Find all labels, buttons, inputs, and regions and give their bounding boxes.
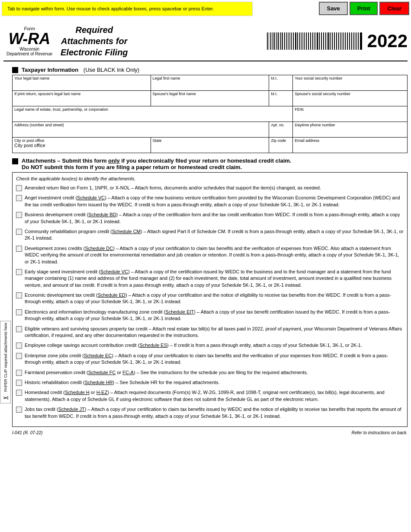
city-label: City or post office xyxy=(14,138,149,143)
save-button[interactable]: Save xyxy=(319,2,347,15)
checkbox-item15[interactable] xyxy=(16,407,22,413)
list-item: Employee college savings account contrib… xyxy=(16,342,404,349)
ssn-input[interactable] xyxy=(295,80,405,86)
mi-label: M.I. xyxy=(271,76,291,80)
footer-left: I-041 (R. 07-22) xyxy=(12,430,43,435)
spouse-ssn-input[interactable] xyxy=(295,96,405,101)
last-name-input[interactable] xyxy=(14,80,149,86)
year-label: 2022 xyxy=(367,31,408,51)
spouse-last-input[interactable] xyxy=(14,96,149,101)
checkbox-item1[interactable] xyxy=(16,185,22,191)
print-button[interactable]: Print xyxy=(350,2,378,15)
ssn-cell: Your social security number xyxy=(293,75,408,91)
checkbox-item4[interactable] xyxy=(16,229,22,235)
spouse-ssn-cell: Spouse's social security number xyxy=(293,91,408,106)
spouse-first-cell: Spouse's legal first name xyxy=(151,91,269,106)
barcode-image xyxy=(267,32,362,50)
zip-cell: Zip code xyxy=(269,138,293,153)
list-item: Electronics and information technology m… xyxy=(16,309,404,322)
item5-text: Development zones credits (Schedule DC) … xyxy=(25,245,404,265)
list-item: Economic development tax credit (Schedul… xyxy=(16,292,404,305)
item10-text: Employee college savings account contrib… xyxy=(25,342,362,349)
spouse-mi-cell: M.I. xyxy=(269,91,293,106)
taxpayer-table: Your legal last name Legal first name M.… xyxy=(12,75,408,153)
phone-cell: Daytime phone number xyxy=(293,122,408,138)
checkbox-item6[interactable] xyxy=(16,269,22,275)
city-cell: City or post office City post office xyxy=(13,138,151,153)
list-item: Farmland preservation credit (Schedule F… xyxy=(16,369,404,376)
clear-button[interactable]: Clear xyxy=(379,2,409,15)
email-input[interactable] xyxy=(295,143,405,148)
taxpayer-section-header: Taxpayer Information (Use BLACK Ink Only… xyxy=(12,67,408,73)
ssn-label: Your social security number xyxy=(295,76,405,80)
checkbox-item14[interactable] xyxy=(16,390,22,396)
item14-text: Homestead credit (Schedule H or H-EZ) – … xyxy=(25,389,404,403)
zip-label: Zip code xyxy=(271,138,291,143)
last-name-cell: Your legal last name xyxy=(13,75,151,91)
checkbox-item10[interactable] xyxy=(16,343,22,349)
item9-text: Eligible veterans and surviving spouses … xyxy=(25,326,404,339)
entity-input[interactable] xyxy=(14,112,291,117)
checkbox-item13[interactable] xyxy=(16,380,22,386)
checkbox-item8[interactable] xyxy=(16,309,22,315)
list-item: Eligible veterans and surviving spouses … xyxy=(16,326,404,339)
item7-text: Economic development tax credit (Schedul… xyxy=(25,292,404,305)
item15-text: Jobs tax credit (Schedule JT) – Attach a… xyxy=(25,406,404,420)
item1-text: Amended return filed on Form 1, 1NPR, or… xyxy=(25,185,321,191)
list-item: Enterprise zone jobs credit (Schedule EC… xyxy=(16,353,404,366)
mi-input[interactable] xyxy=(271,80,291,86)
spouse-ssn-label: Spouse's social security number xyxy=(295,92,405,96)
item12-text: Farmland preservation credit (Schedule F… xyxy=(25,369,308,376)
spouse-last-cell: If joint return, spouse's legal last nam… xyxy=(13,91,151,106)
barcode-area xyxy=(267,32,362,50)
fein-input[interactable] xyxy=(295,112,405,117)
address-label: Address (number and street) xyxy=(14,123,267,127)
checkbox-item5[interactable] xyxy=(16,246,22,252)
entity-cell: Legal name of estate, trust, partnership… xyxy=(13,106,293,122)
action-buttons: Save Print Clear xyxy=(319,2,409,15)
attachments-header-text: Attachments – Submit this form only if y… xyxy=(22,157,291,170)
list-item: Development zones credits (Schedule DC) … xyxy=(16,245,404,265)
mi-cell: M.I. xyxy=(269,75,293,91)
item4-text: Community rehabilitation program credit … xyxy=(25,228,404,242)
paper-clip-note: ✂ PAPER CLIP required attachments here xyxy=(0,321,11,404)
spouse-mi-label: M.I. xyxy=(271,92,291,96)
city-value: City post office xyxy=(14,143,45,148)
spouse-mi-input[interactable] xyxy=(271,96,291,101)
fein-cell: FEIN xyxy=(293,106,408,122)
spouse-first-input[interactable] xyxy=(153,96,267,101)
phone-label: Daytime phone number xyxy=(295,123,405,127)
item2-text: Angel investment credit (Schedule VC) – … xyxy=(25,195,404,208)
form-logo: Form W-RA WisconsinDepartment of Revenue xyxy=(3,26,55,56)
spouse-first-label: Spouse's legal first name xyxy=(153,92,267,96)
address-input[interactable] xyxy=(14,127,267,132)
checkbox-item12[interactable] xyxy=(16,370,22,376)
state-input[interactable] xyxy=(153,143,267,148)
list-item: Historic rehabilitation credit (Schedule… xyxy=(16,379,404,386)
apt-cell: Apt. no. xyxy=(269,122,293,138)
list-item: Homestead credit (Schedule H or H-EZ) – … xyxy=(16,389,404,403)
list-item: Jobs tax credit (Schedule JT) – Attach a… xyxy=(16,406,404,420)
apt-input[interactable] xyxy=(271,127,291,132)
first-name-input[interactable] xyxy=(153,80,267,86)
last-name-label: Your legal last name xyxy=(14,76,149,80)
checkbox-item7[interactable] xyxy=(16,292,22,298)
check-instruction: Check the applicable box(es) to identify… xyxy=(16,176,404,181)
entity-label: Legal name of estate, trust, partnership… xyxy=(14,107,291,112)
zip-input[interactable] xyxy=(271,143,291,148)
taxpayer-subtitle: (Use BLACK Ink Only) xyxy=(82,67,139,73)
email-cell: Email address xyxy=(293,138,408,153)
checkbox-item2[interactable] xyxy=(16,195,22,201)
list-item: Angel investment credit (Schedule VC) – … xyxy=(16,195,404,208)
checkbox-item11[interactable] xyxy=(16,353,22,359)
phone-input[interactable] xyxy=(295,127,405,132)
item3-text: Business development credit (Schedule BD… xyxy=(25,212,404,225)
list-item: Business development credit (Schedule BD… xyxy=(16,212,404,225)
attachments-box: Check the applicable box(es) to identify… xyxy=(12,172,408,427)
spouse-last-label: If joint return, spouse's legal last nam… xyxy=(14,92,149,96)
checkbox-item3[interactable] xyxy=(16,212,22,218)
taxpayer-title: Taxpayer Information xyxy=(22,67,78,73)
checkbox-item9[interactable] xyxy=(16,326,22,332)
first-name-cell: Legal first name xyxy=(151,75,269,91)
list-item: Early stage seed investment credit (Sche… xyxy=(16,269,404,288)
